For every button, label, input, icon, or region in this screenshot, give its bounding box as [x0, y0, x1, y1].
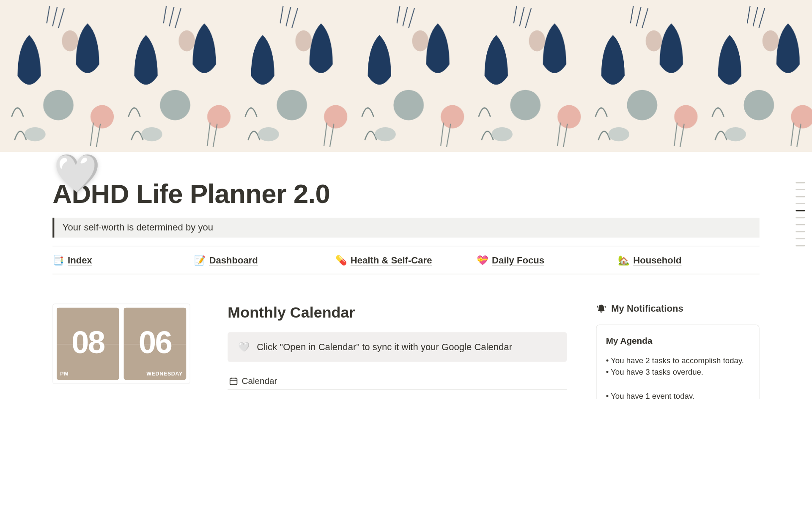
toc-line[interactable]: [796, 182, 805, 184]
calendar-tab[interactable]: Calendar: [228, 373, 567, 390]
clock-mm: 06: [124, 326, 187, 358]
clock-ampm: PM: [57, 370, 119, 380]
emoji-icon: 📝: [194, 255, 206, 266]
clock-minutes: 06 WEDNESDAY: [124, 307, 187, 380]
cover-image: [0, 0, 812, 152]
table-of-contents-indicator[interactable]: [796, 182, 805, 247]
clock-hh: 08: [57, 326, 119, 358]
svg-rect-5: [0, 0, 812, 152]
agenda-item: • You have 1 event today.: [606, 392, 750, 399]
page-title: ADHD Life Planner 2.0: [52, 178, 760, 210]
emoji-icon: 💝: [477, 255, 488, 266]
clock-hours: 08 PM: [57, 307, 119, 380]
bell-icon: [596, 304, 606, 314]
calendar-tab-label: Calendar: [241, 376, 277, 386]
top-link-health[interactable]: 💊 Health & Self-Care: [335, 255, 477, 266]
divider: [52, 246, 760, 246]
agenda-card: My Agenda • You have 2 tasks to accompli…: [596, 324, 759, 399]
link-label: Daily Focus: [492, 255, 544, 266]
toc-line[interactable]: [796, 238, 805, 239]
notifications-heading: My Notifications: [596, 304, 759, 314]
emoji-icon: 🏡: [618, 255, 630, 266]
calendar-prev-button[interactable]: [515, 397, 525, 399]
toc-line[interactable]: [796, 210, 805, 211]
agenda-title: My Agenda: [606, 336, 750, 345]
top-link-household[interactable]: 🏡 Household: [618, 255, 759, 266]
calendar-today-button[interactable]: Today: [530, 397, 552, 399]
link-label: Dashboard: [209, 255, 258, 266]
monthly-calendar-heading: Monthly Calendar: [228, 304, 567, 322]
page-icon[interactable]: 🤍: [54, 152, 100, 198]
link-label: Household: [633, 255, 681, 266]
toc-line[interactable]: [796, 196, 805, 197]
calendar-month-label: October 2024: [228, 397, 283, 399]
emoji-icon: 💊: [335, 255, 347, 266]
quote-block: Your self-worth is determined by you: [52, 218, 760, 238]
link-label: Index: [68, 255, 92, 266]
clock-day: WEDNESDAY: [124, 370, 187, 380]
top-link-index[interactable]: 📑 Index: [52, 255, 194, 266]
callout-text: Click "Open in Calendar" to sync it with…: [257, 342, 512, 352]
quote-text: Your self-worth is determined by you: [63, 222, 213, 232]
heart-icon: 🤍: [238, 341, 250, 352]
svg-rect-6: [230, 378, 237, 384]
calendar-next-button[interactable]: [556, 397, 567, 399]
toc-line[interactable]: [796, 231, 805, 233]
notifications-title: My Notifications: [611, 304, 683, 314]
toc-line[interactable]: [796, 224, 805, 225]
link-label: Health & Self-Care: [351, 255, 432, 266]
clock-widget: 08 PM 06 WEDNESDAY: [52, 304, 190, 384]
toc-line[interactable]: [796, 217, 805, 218]
toc-line[interactable]: [796, 203, 805, 204]
toc-line[interactable]: [796, 189, 805, 190]
top-link-dashboard[interactable]: 📝 Dashboard: [194, 255, 335, 266]
emoji-icon: 📑: [52, 255, 64, 266]
divider: [52, 274, 760, 274]
toc-line[interactable]: [796, 245, 805, 247]
agenda-item: • You have 2 tasks to accomplish today.: [606, 356, 750, 365]
top-link-daily-focus[interactable]: 💝 Daily Focus: [477, 255, 618, 266]
top-nav-links: 📑 Index 📝 Dashboard 💊 Health & Self-Care…: [52, 255, 760, 266]
calendar-icon: [229, 376, 238, 386]
calendar-callout: 🤍 Click "Open in Calendar" to sync it wi…: [228, 332, 567, 362]
agenda-item: • You have 3 tasks overdue.: [606, 368, 750, 377]
